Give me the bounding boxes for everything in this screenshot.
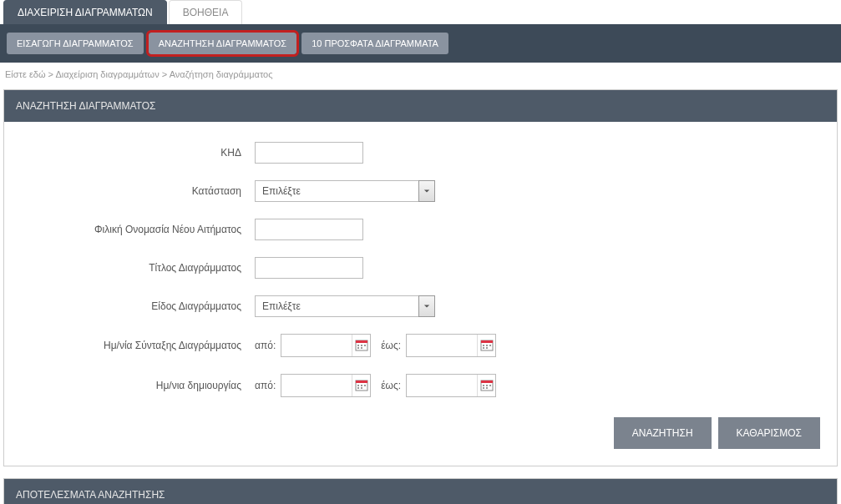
search-button[interactable]: ΑΝΑΖΗΤΗΣΗ (614, 417, 712, 449)
svg-rect-6 (361, 347, 362, 349)
create-to-wrap (406, 374, 496, 397)
diagram-type-select[interactable]: Επιλέξτε (255, 295, 435, 317)
status-select-value: Επιλέξτε (255, 180, 418, 202)
compose-to-calendar-button[interactable] (477, 335, 495, 356)
breadcrumb: Είστε εδώ > Διαχείριση διαγραμμάτων > Αν… (0, 63, 841, 89)
create-to-label: έως: (381, 380, 401, 391)
sub-tabs-bar: ΕΙΣΑΓΩΓΗ ΔΙΑΓΡΑΜΜΑΤΟΣ ΑΝΑΖΗΤΗΣΗ ΔΙΑΓΡΑΜΜ… (0, 24, 841, 63)
svg-rect-24 (486, 385, 488, 386)
svg-rect-16 (357, 385, 359, 386)
compose-from-calendar-button[interactable] (352, 335, 370, 356)
status-select[interactable]: Επιλέξτε (255, 180, 435, 202)
diagram-type-label: Είδος Διαγράμματος (21, 300, 255, 312)
calendar-icon (480, 338, 494, 354)
create-from-input[interactable] (281, 375, 352, 396)
diagram-title-label: Τίτλος Διαγράμματος (21, 262, 255, 274)
compose-from-label: από: (255, 340, 276, 351)
svg-rect-23 (483, 385, 484, 386)
svg-rect-8 (481, 340, 493, 343)
svg-rect-18 (364, 385, 366, 386)
subtab-recent-diagrams[interactable]: 10 ΠΡΟΣΦΑΤΑ ΔΙΑΓΡΑΜΜΑΤΑ (301, 33, 448, 54)
svg-rect-3 (361, 345, 362, 346)
svg-rect-5 (357, 347, 359, 349)
svg-rect-9 (483, 345, 484, 346)
svg-rect-2 (357, 345, 359, 346)
create-from-label: από: (255, 380, 276, 391)
compose-to-wrap (406, 334, 496, 357)
khd-label: ΚΗΔ (21, 147, 255, 159)
svg-rect-15 (356, 381, 367, 383)
results-panel: ΑΠΟΤΕΛΕΣΜΑΤΑ ΑΝΑΖΗΤΗΣΗΣ (3, 478, 838, 504)
svg-rect-26 (483, 387, 484, 389)
diagram-type-dropdown-button[interactable] (418, 295, 435, 317)
create-date-label: Ημ/νια δημιουργίας (21, 380, 255, 391)
svg-rect-25 (489, 385, 491, 386)
clear-button[interactable]: ΚΑΘΑΡΙΣΜΟΣ (718, 417, 820, 449)
search-panel: ΑΝΑΖΗΤΗΣΗ ΔΙΑΓΡΑΜΜΑΤΟΣ ΚΗΔ Κατάσταση Επι… (3, 89, 838, 466)
calendar-icon (355, 378, 368, 394)
compose-date-label: Ημ/νία Σύνταξης Διαγράμματος (21, 340, 255, 351)
compose-to-label: έως: (381, 340, 401, 351)
search-panel-title: ΑΝΑΖΗΤΗΣΗ ΔΙΑΓΡΑΜΜΑΤΟΣ (4, 90, 837, 122)
subtab-search-diagram[interactable]: ΑΝΑΖΗΤΗΣΗ ΔΙΑΓΡΑΜΜΑΤΟΣ (149, 33, 297, 54)
friendly-name-label: Φιλική Ονομασία Νέου Αιτήματος (21, 224, 255, 235)
create-to-calendar-button[interactable] (477, 375, 495, 396)
primary-tabs: ΔΙΑΧΕΙΡΙΣΗ ΔΙΑΓΡΑΜΜΑΤΩΝ ΒΟΗΘΕΙΑ (0, 0, 841, 24)
compose-from-input[interactable] (281, 335, 352, 356)
tab-help[interactable]: ΒΟΗΘΕΙΑ (169, 0, 243, 24)
svg-rect-12 (483, 347, 484, 349)
create-to-input[interactable] (407, 375, 477, 396)
create-from-calendar-button[interactable] (352, 375, 370, 396)
tab-manage-diagrams[interactable]: ΔΙΑΧΕΙΡΙΣΗ ΔΙΑΓΡΑΜΜΑΤΩΝ (3, 0, 167, 24)
chevron-down-icon (423, 185, 430, 197)
results-panel-title: ΑΠΟΤΕΛΕΣΜΑΤΑ ΑΝΑΖΗΤΗΣΗΣ (4, 479, 837, 504)
svg-rect-4 (364, 345, 366, 346)
svg-rect-20 (361, 387, 362, 389)
svg-rect-1 (356, 340, 367, 343)
svg-rect-17 (361, 385, 362, 386)
compose-from-wrap (281, 334, 371, 357)
status-label: Κατάσταση (21, 185, 255, 197)
search-form: ΚΗΔ Κατάσταση Επιλέξτε Φιλική Ονομασία Ν… (4, 122, 837, 466)
chevron-down-icon (423, 300, 430, 312)
create-from-wrap (281, 374, 371, 397)
svg-rect-22 (481, 381, 493, 383)
svg-rect-10 (486, 345, 488, 346)
diagram-type-select-value: Επιλέξτε (255, 295, 418, 317)
calendar-icon (355, 338, 368, 354)
status-dropdown-button[interactable] (418, 180, 435, 202)
subtab-insert-diagram[interactable]: ΕΙΣΑΓΩΓΗ ΔΙΑΓΡΑΜΜΑΤΟΣ (7, 33, 144, 54)
svg-rect-27 (486, 387, 488, 389)
svg-rect-19 (357, 387, 359, 389)
calendar-icon (480, 378, 494, 394)
svg-rect-11 (489, 345, 491, 346)
khd-input[interactable] (255, 142, 363, 164)
svg-rect-13 (486, 347, 488, 349)
compose-to-input[interactable] (407, 335, 477, 356)
diagram-title-input[interactable] (255, 257, 363, 279)
friendly-name-input[interactable] (255, 219, 363, 240)
